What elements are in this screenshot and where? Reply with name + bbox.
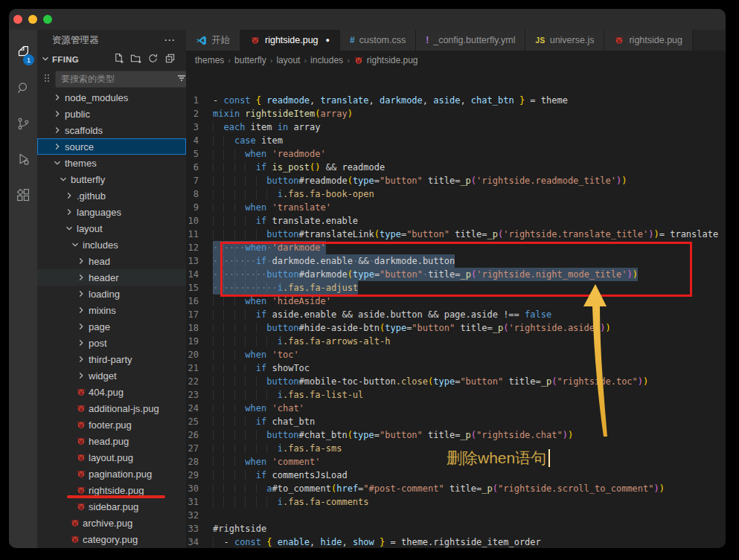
breadcrumb-item-butterfly[interactable]: butterfly [234,55,266,65]
line-number: 26 [186,428,213,442]
line-number: 19 [186,335,213,348]
tree-item-languages[interactable]: languages [37,204,186,220]
breadcrumb-label: rightside.pug [367,55,418,65]
code-line-1: 1- const { readmode, translate, darkmode… [186,94,726,107]
collapse-all-icon[interactable] [164,53,176,66]
tree-filter-input[interactable] [61,74,176,84]
chevron-right-icon [75,305,87,315]
pug-icon [614,35,624,45]
line-number: 22 [186,375,213,388]
tree-item-widget[interactable]: widget [37,367,186,384]
code-line-4: 4 case item [186,134,726,147]
code-line-content: mixin rightsideItem(array) [213,107,353,120]
tree-item-head[interactable]: head [37,253,186,269]
tab-rightside-pug[interactable]: rightside.pug [604,30,693,51]
filter-icon[interactable] [176,73,187,86]
tree-item-label: widget [89,370,117,382]
code-line-content: if commentsJsLoad [213,469,348,482]
minimize-button[interactable] [28,15,37,24]
tree-item-label: mixins [89,305,116,316]
code-line-content: i.fas.fa-sms [213,442,342,455]
chevron-right-icon [75,272,87,283]
tree-item-sidebar-pug[interactable]: sidebar.pug [37,498,186,515]
chevron-down-icon [51,158,63,168]
tree-item-footer-pug[interactable]: footer.pug [37,416,186,433]
new-folder-icon[interactable] [130,53,141,66]
tree-item-themes[interactable]: themes [37,155,186,171]
code-line-23: 23 i.fas.fa-list-ul [186,388,726,402]
line-number: 14 [186,268,213,281]
tree-item-label: themes [65,158,97,169]
line-number: 21 [186,361,213,375]
tree-item-includes[interactable]: includes [37,236,186,253]
tree-item-rightside-pug[interactable]: rightside.pug [37,482,186,498]
tree-item-node_modules[interactable]: node_modules [37,89,186,106]
code-line-content: i.fas.fa-comments [213,495,369,509]
explorer-panel-title: 资源管理器 [52,34,164,47]
breadcrumb-item-includes[interactable]: includes [310,55,343,65]
chevron-down-icon[interactable] [40,54,51,66]
search-icon[interactable] [9,70,37,106]
code-line-26: 26 button#chat_btn(type="button" title=_… [186,428,726,442]
tree-item--github[interactable]: .github [37,187,186,204]
explorer-icon[interactable]: 1 [9,34,37,70]
tree-item-archive-pug[interactable]: archive.pug [37,515,186,531]
modified-dot-icon[interactable]: ● [326,36,330,44]
line-number: 33 [186,522,213,535]
breadcrumb-item-layout[interactable]: layout [276,55,300,65]
tree-item-third-party[interactable]: third-party [37,351,186,367]
code-line-24: 24 when 'chat' [186,402,726,415]
new-file-icon[interactable] [113,53,124,66]
extensions-icon[interactable] [9,177,37,213]
drag-handle-icon[interactable] [43,73,51,86]
close-button[interactable] [13,15,22,24]
tree-item-layout-pug[interactable]: layout.pug [37,449,186,466]
breadcrumb-separator: › [270,56,273,65]
tree-item-mixins[interactable]: mixins [37,302,186,318]
tree-item-category-pug[interactable]: category.pug [37,531,186,547]
tree-item-pagination-pug[interactable]: pagination.pug [37,466,186,482]
tree-item-post[interactable]: post [37,335,186,351]
tree-item-label: sidebar.pug [89,501,138,512]
tab-rightside-pug[interactable]: rightside.pug● [240,30,340,51]
line-number: 6 [186,161,213,174]
code-line-8: 8 i.fas.fa-book-open [186,187,726,201]
tab-custom-css[interactable]: #custom.css [340,30,416,51]
tree-item-label: head [89,256,110,267]
tree-item-layout[interactable]: layout [37,220,186,236]
code-line-content: - const { readmode, translate, darkmode,… [213,94,568,107]
pug-file-icon [69,518,81,528]
chevron-right-icon [63,190,75,201]
tree-item-scaffolds[interactable]: scaffolds [37,122,186,138]
breadcrumb-item-rightside-pug[interactable]: rightside.pug [353,55,418,65]
zoom-button[interactable] [43,15,52,24]
tree-item-additional-js-pug[interactable]: additional-js.pug [37,400,186,416]
tree-item-head-pug[interactable]: head.pug [37,433,186,449]
tab-开始[interactable]: 开始 [186,30,240,51]
code-editor[interactable]: 1- const { readmode, translate, darkmode… [186,70,726,548]
tree-item-loading[interactable]: loading [37,286,186,302]
tree-item-header[interactable]: header [37,269,186,286]
js-icon: JS [535,36,545,45]
refresh-icon[interactable] [147,53,159,66]
tab-_config-butterfly-yml[interactable]: !_config.butterfly.yml [416,30,525,51]
tree-item-404-pug[interactable]: 404.pug [37,384,186,400]
chevron-down-icon [57,174,69,184]
tree-item-page[interactable]: page [37,318,186,335]
tree-item-label: public [65,109,90,120]
tree-item-butterfly[interactable]: butterfly [37,171,186,187]
run-debug-icon[interactable] [9,141,37,177]
tree-item-label: third-party [89,354,132,365]
tab-label: custom.css [359,35,406,45]
workspace-name[interactable]: FFING [52,55,113,64]
code-line-content: a#to_comment(href="#post-comment" title=… [213,482,665,495]
code-line-18: 18 button#hide-aside-btn(type="button" t… [186,321,726,335]
code-line-22: 22 button#mobile-toc-button.close(type="… [186,375,726,388]
tree-item-public[interactable]: public [37,106,186,122]
tree-item-source[interactable]: source [37,138,186,155]
source-control-icon[interactable] [9,106,37,141]
tab-universe-js[interactable]: JSuniverse.js [525,30,604,51]
breadcrumb-item-themes[interactable]: themes [195,55,224,65]
more-actions-icon[interactable]: ⋯ [164,33,176,47]
code-line-25: 25 if chat_btn [186,415,726,428]
